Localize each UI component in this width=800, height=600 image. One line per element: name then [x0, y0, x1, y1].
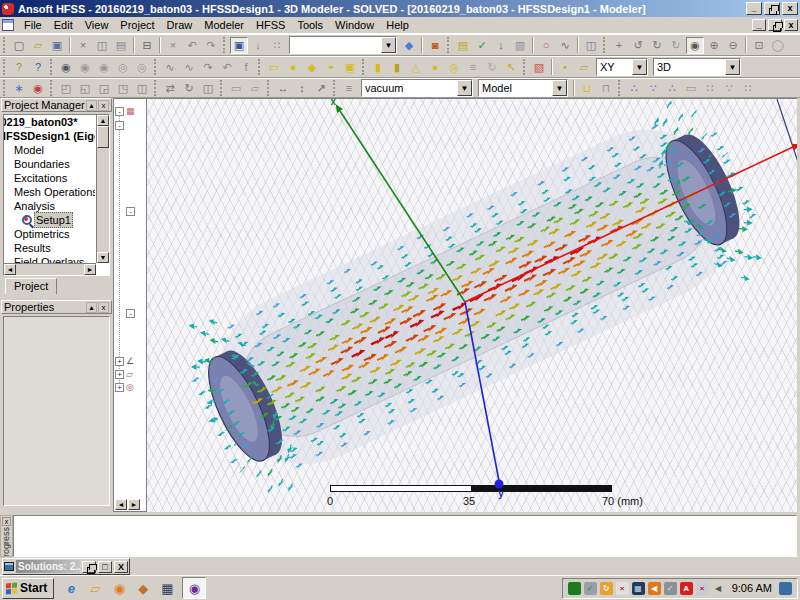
solutions-restore-button[interactable]: [82, 561, 96, 573]
tree-item-setup1[interactable]: Setup1: [4, 213, 95, 227]
combine-sheets-icon[interactable]: ≡: [340, 80, 358, 97]
chevron-down-icon[interactable]: ▼: [381, 37, 396, 53]
history-tree-hscrollbar[interactable]: ◄►: [115, 499, 140, 510]
apply-traces-icon[interactable]: ◆: [400, 37, 418, 54]
redo-icon[interactable]: ↷: [202, 37, 220, 54]
minimize-button[interactable]: _: [746, 2, 762, 15]
sweep-around-axis-icon[interactable]: ▱: [246, 80, 264, 97]
tree-item-analysis[interactable]: Analysis: [4, 199, 95, 213]
rotate-icon[interactable]: ↕: [293, 80, 311, 97]
vnc-tray-icon[interactable]: [568, 582, 581, 595]
rotate-center-icon[interactable]: ↺: [629, 37, 647, 54]
toolbar-handle[interactable]: [3, 59, 7, 75]
radiation-display-icon[interactable]: ◉: [29, 80, 47, 97]
sweep-along-vector-icon[interactable]: ▭: [227, 80, 245, 97]
field-vector-plot[interactable]: xzy: [147, 99, 797, 512]
toolbar-handle[interactable]: [618, 80, 622, 96]
draw-spiral-icon[interactable]: ↻: [483, 59, 501, 76]
close-button[interactable]: x: [782, 2, 798, 15]
show-all-icon[interactable]: ◎: [133, 59, 151, 76]
draw-cone-icon[interactable]: △: [407, 59, 425, 76]
tree-item-mesh-operations[interactable]: Mesh Operations: [4, 185, 95, 199]
project-tab[interactable]: Project: [5, 278, 57, 294]
windows-explorer-icon[interactable]: ▱: [86, 579, 104, 597]
toolbar-handle[interactable]: [3, 37, 7, 53]
mirror-icon[interactable]: ↗: [312, 80, 330, 97]
solutions-close-button[interactable]: X: [114, 561, 128, 573]
unite-icon[interactable]: ◰: [57, 80, 75, 97]
draw-torus-icon[interactable]: ◎: [445, 59, 463, 76]
create-region-icon[interactable]: ⊓: [597, 80, 615, 97]
hide-selection-icon[interactable]: ◉: [76, 59, 94, 76]
distributed-solve-icon[interactable]: ∷: [268, 37, 286, 54]
open-region-icon[interactable]: ⊔: [578, 80, 596, 97]
toolbar-handle[interactable]: [3, 80, 7, 96]
view-orientation-icon[interactable]: ∷: [701, 80, 719, 97]
draw-equation-curve-icon[interactable]: f: [237, 59, 255, 76]
menu-file[interactable]: File: [18, 18, 48, 32]
scheduler-icon[interactable]: ✓: [664, 582, 677, 595]
analyze-all-icon[interactable]: ↓: [492, 37, 510, 54]
solve-local-icon[interactable]: ▣: [230, 37, 248, 54]
show-selection-icon[interactable]: ◉: [95, 59, 113, 76]
duplicate-mirror-icon[interactable]: ◫: [199, 80, 217, 97]
history-node[interactable]: +∠: [115, 357, 134, 366]
help-topics-icon[interactable]: ?: [10, 59, 28, 76]
history-node[interactable]: +▱: [115, 370, 133, 379]
usb-remove-icon[interactable]: ✓: [584, 582, 597, 595]
menu-help[interactable]: Help: [380, 18, 415, 32]
drawing-plane-combo[interactable]: XY▼: [596, 58, 648, 76]
face-cs-icon[interactable]: ∵: [644, 80, 662, 97]
internet-explorer-icon[interactable]: e: [62, 579, 80, 597]
display-settings-icon[interactable]: ▦: [632, 582, 645, 595]
draw-sphere-icon[interactable]: ●: [426, 59, 444, 76]
antivirus-icon[interactable]: A: [680, 582, 693, 595]
delete-icon[interactable]: ×: [164, 37, 182, 54]
menu-project[interactable]: Project: [114, 18, 160, 32]
panel-close-icon[interactable]: x: [98, 302, 109, 313]
intersect-icon[interactable]: ◲: [95, 80, 113, 97]
copy-icon[interactable]: ◫: [93, 37, 111, 54]
draw-rectangle-icon[interactable]: ▭: [265, 59, 283, 76]
create-report-icon[interactable]: ∿: [556, 37, 574, 54]
show-desktop-icon[interactable]: [779, 582, 792, 595]
toolbar-handle[interactable]: [223, 37, 227, 53]
volume-icon[interactable]: ◀: [712, 582, 725, 595]
mdi-minimize-button[interactable]: _: [752, 19, 766, 31]
toolbar-handle[interactable]: [603, 37, 607, 53]
pan-icon[interactable]: +: [610, 37, 628, 54]
toolbar-handle[interactable]: [154, 80, 158, 96]
cut-icon[interactable]: ×: [74, 37, 92, 54]
relative-cs-icon[interactable]: ∴: [625, 80, 643, 97]
undo-icon[interactable]: ↶: [183, 37, 201, 54]
draw-arc-3pt-icon[interactable]: ↶: [218, 59, 236, 76]
toolbar-handle[interactable]: [362, 59, 366, 75]
movement-mode-combo[interactable]: 3D▼: [653, 58, 741, 76]
draw-ellipse-icon[interactable]: ●: [322, 59, 340, 76]
tree-item-model[interactable]: Model: [4, 143, 95, 157]
toolbar-handle[interactable]: [523, 59, 527, 75]
history-node[interactable]: -: [126, 207, 135, 216]
tree-item-boundaries[interactable]: Boundaries: [4, 157, 95, 171]
mdi-close-button[interactable]: x: [784, 19, 798, 31]
solution-data-icon[interactable]: ▥: [511, 37, 529, 54]
chevron-down-icon[interactable]: ▼: [725, 59, 740, 75]
draw-cylinder-icon[interactable]: ▮: [369, 59, 387, 76]
open-icon[interactable]: ▱: [29, 37, 47, 54]
validate-icon[interactable]: ▤: [454, 37, 472, 54]
rotate-axis-icon[interactable]: ↻: [648, 37, 666, 54]
move-icon[interactable]: ↔: [274, 80, 292, 97]
tree-item-optimetrics[interactable]: Optimetrics: [4, 227, 95, 241]
split-icon[interactable]: ◳: [114, 80, 132, 97]
offline-files-icon[interactable]: ×: [616, 582, 629, 595]
tree-item-excitations[interactable]: Excitations: [4, 171, 95, 185]
subtract-icon[interactable]: ◱: [76, 80, 94, 97]
modeler-history-tree[interactable]: -▦---+∠+▱+◎ ◄►: [113, 98, 147, 512]
tree-item-field-overlays[interactable]: Field Overlays: [4, 255, 95, 263]
material-combo[interactable]: vacuum▼: [361, 79, 473, 97]
paste-icon[interactable]: ▤: [112, 37, 130, 54]
hide-all-icon[interactable]: ◎: [114, 59, 132, 76]
rotate-screen-icon[interactable]: ↻: [667, 37, 685, 54]
menu-edit[interactable]: Edit: [48, 18, 79, 32]
toolbar-handle[interactable]: [258, 59, 262, 75]
